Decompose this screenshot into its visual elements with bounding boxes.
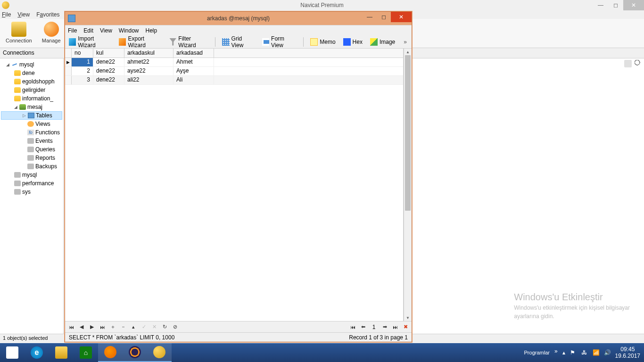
tree-reports[interactable]: Reports bbox=[1, 154, 62, 162]
table-row[interactable]: 2 dene22 ayse22 Ayşe bbox=[65, 67, 403, 76]
search-icon[interactable] bbox=[635, 60, 642, 67]
page-first-button[interactable]: ⏮ bbox=[349, 324, 356, 330]
tree-views[interactable]: Views bbox=[1, 120, 62, 128]
toolbar-overflow-button[interactable]: » bbox=[401, 39, 410, 45]
page-next-button[interactable]: ➡ bbox=[381, 324, 388, 330]
tree-db-gelirgider[interactable]: gelirgider bbox=[1, 86, 62, 94]
menu-view[interactable]: View bbox=[17, 11, 30, 18]
cell-arkadasad[interactable]: Ahmet bbox=[173, 58, 214, 66]
expander-icon[interactable]: ◢ bbox=[14, 105, 18, 109]
column-header-arkadaskul[interactable]: arkadaskul bbox=[124, 49, 173, 58]
child-menu-help[interactable]: Help bbox=[146, 27, 157, 34]
taskbar-navicat-button[interactable] bbox=[147, 343, 172, 362]
cell-kul[interactable]: dene22 bbox=[93, 76, 124, 84]
nav-first-button[interactable]: ⏮ bbox=[68, 324, 74, 330]
tree-db-sys[interactable]: sys bbox=[1, 188, 62, 196]
child-menu-file[interactable]: File bbox=[68, 27, 77, 34]
main-minimize-button[interactable]: — bbox=[593, 0, 608, 10]
scroll-up-icon[interactable]: ▲ bbox=[404, 49, 412, 55]
nav-prev-button[interactable]: ◀ bbox=[78, 324, 85, 330]
row-pointer[interactable]: ▶ bbox=[65, 58, 72, 66]
tree-db-information[interactable]: information_ bbox=[1, 94, 62, 103]
tray-volume-icon[interactable]: 🔊 bbox=[604, 349, 611, 356]
menu-file[interactable]: File bbox=[2, 11, 11, 18]
row-pointer[interactable] bbox=[65, 67, 72, 75]
tray-programs-label[interactable]: Programlar bbox=[524, 350, 550, 355]
tree-functions[interactable]: foFunctions bbox=[1, 128, 62, 137]
taskbar-firefox-button[interactable] bbox=[98, 343, 123, 362]
vertical-scrollbar[interactable]: ▲ ▼ bbox=[404, 49, 412, 321]
cell-no[interactable]: 2 bbox=[72, 67, 93, 75]
row-selector-header[interactable] bbox=[65, 49, 72, 58]
table-row[interactable]: ▶ 1 dene22 ahmet22 Ahmet bbox=[65, 58, 403, 67]
tree-db-mysql-sys[interactable]: mysql bbox=[1, 171, 62, 179]
nav-stop-button[interactable]: ⊘ bbox=[172, 324, 178, 330]
main-maximize-button[interactable]: ◻ bbox=[608, 0, 623, 10]
taskbar-eclipse-button[interactable] bbox=[123, 343, 147, 362]
nav-refresh-button[interactable]: ↻ bbox=[161, 324, 168, 330]
page-last-button[interactable]: ⏭ bbox=[392, 324, 398, 330]
form-view-button[interactable]: Form View bbox=[260, 34, 299, 49]
scroll-down-icon[interactable]: ▼ bbox=[404, 314, 412, 321]
tray-wifi-icon[interactable]: 📶 bbox=[593, 349, 599, 356]
child-menu-edit[interactable]: Edit bbox=[83, 27, 93, 34]
cell-arkadasad[interactable]: Ali bbox=[173, 76, 214, 84]
cell-arkadasad[interactable]: Ayşe bbox=[173, 67, 214, 75]
cell-arkadaskul[interactable]: ali22 bbox=[124, 76, 173, 84]
expander-icon[interactable]: ▷ bbox=[22, 114, 26, 118]
tree-queries[interactable]: Queries bbox=[1, 145, 62, 154]
child-maximize-button[interactable]: ◻ bbox=[377, 12, 391, 22]
start-button[interactable] bbox=[0, 343, 25, 362]
table-row[interactable]: 3 dene22 ali22 Ali bbox=[65, 76, 403, 85]
cell-kul[interactable]: dene22 bbox=[93, 58, 124, 66]
view-mode-icon[interactable] bbox=[624, 60, 632, 67]
grid-view-button[interactable]: Grid View bbox=[220, 34, 256, 49]
cell-arkadaskul[interactable]: ahmet22 bbox=[124, 58, 173, 66]
cell-kul[interactable]: dene22 bbox=[93, 67, 124, 75]
nav-next-button[interactable]: ▶ bbox=[89, 324, 95, 330]
tree-db-mesaj[interactable]: ◢mesaj bbox=[1, 103, 62, 111]
main-close-button[interactable]: ✕ bbox=[623, 0, 644, 10]
page-prev-button[interactable]: ⬅ bbox=[360, 324, 366, 330]
tree-db-dene[interactable]: dene bbox=[1, 69, 62, 77]
child-minimize-button[interactable]: — bbox=[363, 12, 377, 22]
taskbar-store-button[interactable] bbox=[74, 343, 98, 362]
cell-no[interactable]: 3 bbox=[72, 76, 93, 84]
tree-connection-mysql[interactable]: ◢ mysql bbox=[1, 60, 62, 69]
column-header-arkadasad[interactable]: arkadasad bbox=[173, 49, 214, 58]
tree-backups[interactable]: Backups bbox=[1, 162, 62, 171]
tray-chevron-icon[interactable]: ▴ bbox=[562, 349, 565, 356]
import-wizard-button[interactable]: Import Wizard bbox=[67, 34, 113, 49]
tree-db-egoldshopph[interactable]: egoldshopph bbox=[1, 77, 62, 86]
row-pointer[interactable] bbox=[65, 76, 72, 84]
taskbar-ie-button[interactable] bbox=[25, 343, 49, 362]
nav-cancel-button[interactable]: ✕ bbox=[151, 324, 157, 330]
nav-delete-button[interactable]: － bbox=[120, 324, 126, 330]
child-menu-view[interactable]: View bbox=[100, 27, 112, 34]
tree-events[interactable]: Events bbox=[1, 137, 62, 145]
toolbar-manage-button[interactable]: Manage bbox=[39, 21, 64, 44]
chevron-up-icon[interactable]: » bbox=[554, 348, 558, 354]
nav-add-button[interactable]: ＋ bbox=[109, 324, 116, 330]
nav-post-button[interactable]: ✓ bbox=[140, 324, 147, 330]
column-header-kul[interactable]: kul bbox=[93, 49, 124, 58]
page-settings-button[interactable]: ✖ bbox=[402, 324, 409, 330]
child-titlebar[interactable]: arkadas @mesaj (mysql) — ◻ ✕ bbox=[65, 12, 412, 25]
image-button[interactable]: Image bbox=[368, 37, 397, 47]
toolbar-connection-button[interactable]: Connection bbox=[4, 21, 34, 44]
column-header-no[interactable]: no bbox=[72, 49, 93, 58]
export-wizard-button[interactable]: Export Wizard bbox=[117, 34, 164, 49]
expander-icon[interactable]: ◢ bbox=[6, 63, 10, 67]
tree-db-performance[interactable]: performance bbox=[1, 179, 62, 188]
cell-no[interactable]: 1 bbox=[72, 58, 93, 66]
filter-wizard-button[interactable]: Filter Wizard bbox=[167, 34, 210, 49]
hex-button[interactable]: Hex bbox=[341, 37, 364, 47]
nav-last-button[interactable]: ⏭ bbox=[99, 324, 106, 330]
child-close-button[interactable]: ✕ bbox=[391, 12, 412, 22]
tray-network-icon[interactable]: 🖧 bbox=[581, 349, 588, 356]
cell-arkadaskul[interactable]: ayse22 bbox=[124, 67, 173, 75]
menu-favorites[interactable]: Favorites bbox=[36, 11, 59, 18]
scrollbar-thumb[interactable] bbox=[405, 55, 411, 211]
memo-button[interactable]: Memo bbox=[308, 37, 337, 47]
nav-edit-button[interactable]: ▴ bbox=[130, 324, 137, 330]
